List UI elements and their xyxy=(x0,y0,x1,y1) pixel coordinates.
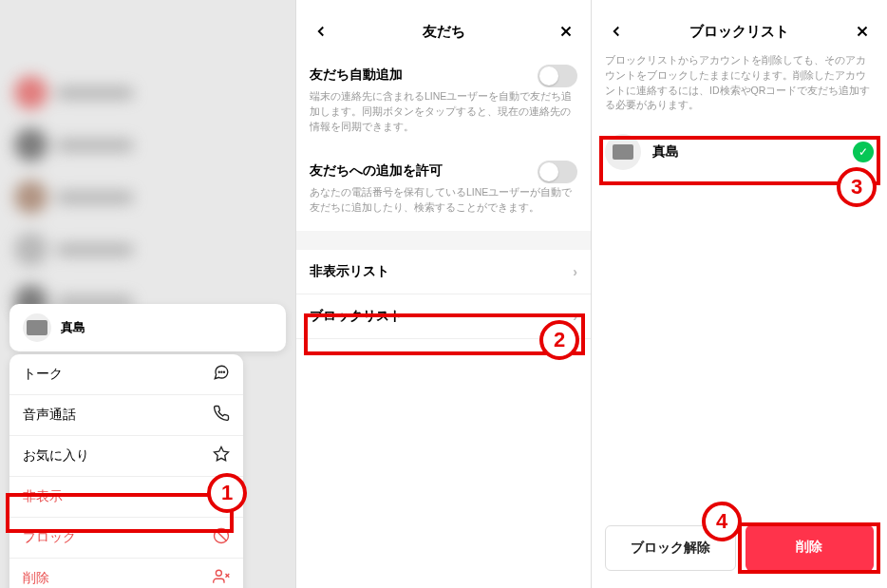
block-icon xyxy=(213,527,230,548)
blocked-user-name: 真島 xyxy=(652,143,841,161)
menu-label: ブロック xyxy=(23,529,76,546)
star-icon xyxy=(213,446,230,466)
divider xyxy=(296,231,591,250)
unblock-button[interactable]: ブロック解除 xyxy=(605,525,736,571)
back-button[interactable] xyxy=(310,20,332,43)
setting-title: 友だち自動追加 xyxy=(310,63,403,89)
svg-point-1 xyxy=(221,371,222,372)
chat-icon xyxy=(213,364,230,385)
nav-header: 友だち xyxy=(296,0,591,53)
page-title: 友だち xyxy=(423,23,465,41)
svg-point-7 xyxy=(216,570,221,576)
bottom-actions: ブロック解除 削除 xyxy=(605,525,874,571)
eye-off-icon xyxy=(213,486,230,507)
friends-settings-pane: 友だち 友だち自動追加 端末の連絡先に含まれるLINEユーザーを自動で友だち追加… xyxy=(295,0,591,588)
svg-line-6 xyxy=(217,531,227,541)
menu-label: 削除 xyxy=(23,570,49,587)
avatar xyxy=(23,313,51,342)
delete-button[interactable]: 削除 xyxy=(745,525,875,571)
menu-item-favorite[interactable]: お気に入り xyxy=(9,436,243,477)
close-button[interactable] xyxy=(555,20,577,43)
row-hidden-list[interactable]: 非表示リスト › xyxy=(296,250,591,294)
menu-item-voice-call[interactable]: 音声通話 xyxy=(9,395,243,436)
setting-allow-add: 友だちへの追加を許可 あなたの電話番号を保有しているLINEユーザーが自動で友だ… xyxy=(296,149,591,231)
info-text: ブロックリストからアカウントを削除しても、そのアカウントをブロックしたままになり… xyxy=(592,53,887,123)
setting-auto-add: 友だち自動追加 端末の連絡先に含まれるLINEユーザーを自動で友だち追加します。… xyxy=(296,53,591,149)
blocked-user-row[interactable]: 真島 ✓ xyxy=(592,123,887,181)
setting-desc: あなたの電話番号を保有しているLINEユーザーが自動で友だちに追加したり、検索す… xyxy=(310,185,577,216)
menu-item-talk[interactable]: トーク xyxy=(9,354,243,395)
chevron-right-icon: › xyxy=(573,264,577,279)
close-button[interactable] xyxy=(851,20,874,43)
nav-header: ブロックリスト xyxy=(592,0,887,53)
row-label: ブロックリスト xyxy=(310,308,403,325)
menu-label: 非表示 xyxy=(23,488,63,505)
avatar xyxy=(605,134,641,170)
svg-point-0 xyxy=(218,371,219,372)
block-list-pane: ブロックリスト ブロックリストからアカウントを削除しても、そのアカウントをブロッ… xyxy=(591,0,887,588)
svg-point-2 xyxy=(223,371,224,372)
menu-label: お気に入り xyxy=(23,447,89,465)
menu-item-hide[interactable]: 非表示 xyxy=(9,477,243,518)
friends-list-pane: 真島 トーク 音声通話 お気に入り 非表示 ブロック xyxy=(0,0,295,588)
menu-item-delete[interactable]: 削除 xyxy=(9,559,243,588)
context-menu: トーク 音声通話 お気に入り 非表示 ブロック 削除 xyxy=(9,354,243,588)
setting-desc: 端末の連絡先に含まれるLINEユーザーを自動で友だち追加します。同期ボタンをタッ… xyxy=(310,89,577,134)
svg-marker-3 xyxy=(215,447,229,461)
check-icon: ✓ xyxy=(853,142,874,162)
menu-label: トーク xyxy=(23,366,63,383)
row-label: 非表示リスト xyxy=(310,263,389,280)
row-block-list[interactable]: ブロックリスト › xyxy=(296,294,591,339)
menu-item-block[interactable]: ブロック xyxy=(9,518,243,559)
setting-title: 友だちへの追加を許可 xyxy=(310,159,443,185)
menu-label: 音声通話 xyxy=(23,407,76,424)
user-remove-icon xyxy=(213,568,230,588)
contact-name: 真島 xyxy=(61,319,85,336)
contact-card[interactable]: 真島 xyxy=(9,304,286,351)
toggle-allow-add[interactable] xyxy=(538,161,577,183)
chevron-right-icon: › xyxy=(573,309,577,324)
toggle-auto-add[interactable] xyxy=(538,65,577,87)
page-title: ブロックリスト xyxy=(689,23,789,41)
back-button[interactable] xyxy=(605,20,628,43)
phone-icon xyxy=(213,405,230,426)
